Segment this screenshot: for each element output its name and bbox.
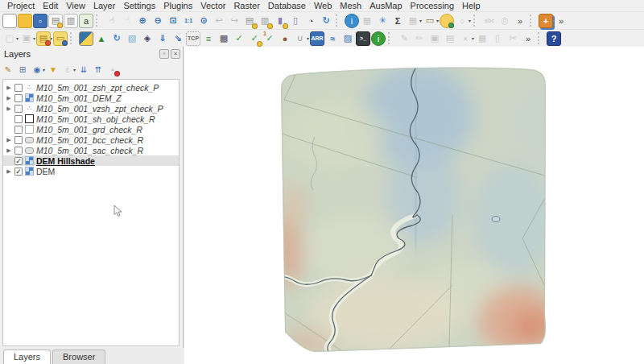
new-project-icon[interactable] (2, 14, 17, 28)
feature-info-tool-icon[interactable]: i (371, 31, 386, 46)
flash-feature-icon[interactable]: ▭ (53, 31, 68, 46)
layer-bcc-check-expander[interactable]: ▶ (6, 137, 12, 143)
label-abc-icon[interactable]: abc (482, 14, 497, 28)
run-feature-action-icon[interactable]: ▦ (360, 14, 374, 28)
map-canvas[interactable] (184, 47, 644, 364)
zoom-last-icon[interactable]: ↩ (212, 14, 226, 28)
refresh-map-icon[interactable]: ↻ (319, 14, 333, 28)
remove-layer-icon[interactable]: ▫ (106, 63, 119, 76)
layer-dem-checkbox[interactable]: ✓ (14, 168, 23, 176)
python-console-icon[interactable] (79, 31, 93, 46)
layer-bcc-check-checkbox[interactable] (14, 136, 23, 144)
menu-ausmap[interactable]: AusMap (365, 1, 406, 11)
terrain-plugin-icon[interactable]: ▲ (94, 31, 109, 46)
basemap-plugin-icon[interactable]: ▧ (125, 31, 139, 46)
layer-dem-z-expander[interactable]: ▶ (6, 95, 12, 101)
identify-features-icon[interactable]: i (345, 14, 359, 28)
layer-sh-obj-check[interactable]: M10_5m_001_sh_obj_check_R (3, 114, 179, 124)
map-themes-book-icon[interactable]: ▯ (288, 14, 303, 28)
new-bookmark-icon[interactable]: ▤ (242, 14, 257, 28)
georeferencer-plugin-icon[interactable]: ◈ (140, 31, 155, 46)
menu-layer[interactable]: Layer (89, 1, 120, 11)
import-layer-icon[interactable]: ⇓ (155, 31, 170, 46)
layer-bcc-check[interactable]: ▶M10_5m_001_bcc_check_R (3, 134, 179, 145)
menu-help[interactable]: Help (458, 1, 485, 11)
zoom-native-icon[interactable]: 1:1 (181, 14, 196, 28)
copy-features-icon[interactable]: ▤ (443, 31, 457, 46)
toggle-editing-icon[interactable]: ✎ (397, 31, 411, 46)
layer-zsh-zpt-check-checkbox[interactable] (14, 84, 23, 92)
save-edits-icon[interactable]: ▣ (427, 31, 442, 46)
modify-attributes-icon[interactable]: ▦ (475, 31, 489, 46)
vertex-tool-icon[interactable]: × (458, 31, 473, 46)
menu-mesh[interactable]: Mesh (336, 1, 365, 11)
add-feature-icon[interactable]: ✏ (412, 31, 427, 46)
filter-by-expression-icon[interactable]: ε (61, 63, 74, 76)
menu-database[interactable]: Database (264, 1, 310, 11)
layer-zsh-zpt-check-expander[interactable]: ▶ (6, 85, 12, 91)
layer-dem-hillshade-checkbox[interactable]: ✓ (14, 157, 23, 165)
panel-close-button[interactable]: × (171, 49, 180, 59)
layer-vzsh-zpt-check[interactable]: ▶∴M10_5m_001_vzsh_zpt_check_P (3, 103, 179, 114)
menu-vector[interactable]: Vector (196, 1, 229, 11)
layer-vzsh-zpt-check-expander[interactable]: ▶ (6, 105, 12, 112)
save-project-icon[interactable]: ▫ (33, 14, 47, 28)
pan-to-selection-icon[interactable]: ☝ (120, 14, 134, 28)
show-bookmarks-icon[interactable]: ▥ (258, 14, 272, 28)
search-zoom-icon[interactable]: ○ (455, 14, 469, 28)
add-layers-icon[interactable]: + (539, 14, 553, 28)
open-project-icon[interactable] (18, 14, 32, 28)
layer-sh-obj-check-checkbox[interactable] (14, 115, 23, 123)
new-print-layout-icon[interactable]: ▤ (48, 14, 63, 28)
delete-selected-icon[interactable]: ▯ (490, 31, 505, 46)
menu-project[interactable]: Project (3, 1, 39, 11)
menu-edit[interactable]: Edit (39, 1, 62, 11)
processing-toolbox-icon[interactable]: ✳ (375, 14, 390, 28)
tcp-connection-icon[interactable]: TCP (186, 31, 200, 46)
attribute-table-icon[interactable]: ▦ (406, 14, 420, 28)
style-manager-icon[interactable]: a (79, 14, 93, 28)
menu-web[interactable]: Web (310, 1, 336, 11)
attachment-icon[interactable]: ∪ (293, 31, 308, 46)
layer-transfer-icon[interactable]: ≡ (201, 31, 216, 46)
zoom-to-layer-icon[interactable]: ⊙ (196, 14, 211, 28)
tab-browser[interactable]: Browser (52, 350, 105, 364)
zoom-next-icon[interactable]: ↪ (227, 14, 242, 28)
menu-settings[interactable]: Settings (119, 1, 159, 11)
toolbar-overflow-1-icon[interactable]: » (513, 14, 527, 28)
check-single-icon[interactable]: ✓1 (262, 31, 277, 46)
zoom-out-icon[interactable]: ⊖ (151, 14, 165, 28)
arr-tool-icon[interactable]: ARR (310, 31, 324, 46)
layout-manager-icon[interactable]: ▥ (64, 14, 78, 28)
layer-dem-expander[interactable]: ▶ (6, 168, 12, 175)
layer-sac-check-checkbox[interactable] (14, 147, 23, 155)
measure-line-icon[interactable]: ▭ (423, 14, 437, 28)
flow-lines-tool-icon[interactable]: ≈ (325, 31, 340, 46)
check-query-icon[interactable]: ✓ (247, 31, 262, 46)
os-console-icon[interactable]: >_ (356, 31, 370, 46)
layer-dem-hillshade[interactable]: ✓DEM Hillshade (3, 155, 179, 166)
layer-sac-check-expander[interactable]: ▶ (6, 147, 12, 154)
pan-map-icon[interactable]: ☝ (105, 14, 119, 28)
layer-grd-check-checkbox[interactable] (14, 126, 23, 134)
temporal-controller-icon[interactable]: ◔ (303, 14, 318, 28)
deselect-features-icon[interactable]: ▣ (19, 31, 34, 46)
layer-dem-z-checkbox[interactable] (14, 94, 23, 102)
label-pin-icon[interactable]: ◎ (497, 14, 512, 28)
layer-sac-check[interactable]: ▶M10_5m_001_sac_check_R (3, 145, 179, 155)
menu-plugins[interactable]: Plugins (159, 1, 196, 11)
check-valid-icon[interactable]: ✓ (232, 31, 246, 46)
menu-view[interactable]: View (62, 1, 89, 11)
collapse-all-icon[interactable]: ⇈ (92, 63, 105, 76)
bookmark-manager-icon[interactable]: ▮ (273, 14, 287, 28)
manage-map-themes-icon[interactable]: ◉ (31, 63, 43, 76)
select-features-icon[interactable]: ▢ (2, 31, 17, 46)
open-styling-panel-icon[interactable]: ✎ (2, 63, 14, 76)
layer-dem[interactable]: ▶✓DEM (3, 166, 179, 176)
layer-vzsh-zpt-check-checkbox[interactable] (14, 105, 23, 113)
statistics-summary-icon[interactable]: Σ (390, 14, 405, 28)
help-icon[interactable]: ? (547, 31, 561, 46)
tab-layers[interactable]: Layers (3, 350, 51, 364)
map-tips-icon[interactable] (440, 14, 454, 28)
raster-grid-tool-icon[interactable]: ▨ (341, 31, 355, 46)
